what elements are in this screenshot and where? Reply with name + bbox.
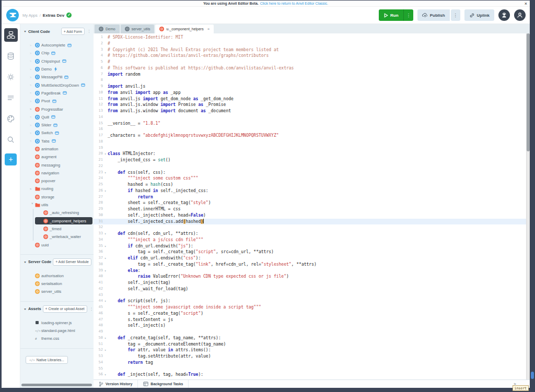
code-line-29[interactable]: 29 sheet.innerHTML = css: [94, 206, 526, 212]
code-line-37[interactable]: 37▾ elif cdn_url.endswith("css"):: [94, 255, 526, 262]
fold-arrow-icon[interactable]: ▾: [103, 151, 108, 157]
tree-item-messaging[interactable]: messaging: [20, 161, 94, 169]
notification-close-icon[interactable]: ×: [525, 1, 527, 7]
fold-arrow-icon[interactable]: ▾: [103, 170, 108, 176]
code-line-16[interactable]: 16: [94, 126, 526, 133]
chevron-right-icon[interactable]: >: [30, 132, 35, 135]
code-line-32[interactable]: 32: [94, 224, 526, 231]
tree-item-Autocomplete[interactable]: >Autocomplete: [20, 41, 94, 49]
code-line-28[interactable]: 28 sheet = self._create_tag("style"): [94, 200, 526, 206]
chevron-right-icon[interactable]: >: [30, 76, 35, 79]
code-line-19[interactable]: 19: [94, 145, 526, 151]
code-line-55[interactable]: 55: [94, 366, 526, 372]
add-button-client_code[interactable]: + Add Form: [61, 28, 85, 35]
code-line-36[interactable]: 36 tag = self._create_tag("script", src=…: [94, 249, 526, 255]
browser-scrollbar-thumb[interactable]: [531, 372, 534, 379]
code-line-49[interactable]: 49: [94, 329, 526, 335]
code-line-15[interactable]: 15__version__ = "1.8.1": [94, 121, 526, 127]
add-button-server_code[interactable]: + Add Server Module: [53, 258, 91, 266]
code-line-4[interactable]: 4# https://github.com/anvilistas/anvil-e…: [94, 53, 526, 59]
chevron-right-icon[interactable]: >: [30, 44, 35, 47]
sidebar-tool-theme[interactable]: [4, 112, 18, 125]
tree-item-serialisation[interactable]: serialisation: [20, 280, 94, 288]
fold-arrow-icon[interactable]: ▾: [103, 335, 108, 341]
add-button-assets[interactable]: + Create or upload Asset: [43, 305, 87, 313]
support-button[interactable]: [498, 9, 510, 21]
code-line-20[interactable]: 20▾class HTMLInjector:: [94, 151, 526, 157]
tree-item-loading-spinner.js[interactable]: loading-spinner.js: [20, 319, 94, 327]
code-line-31[interactable]: 31 self._injected_css.add(hashed): [94, 219, 526, 225]
add-component-button[interactable]: +: [5, 153, 17, 165]
code-line-34[interactable]: 34 """inject a js/css cdn file""": [94, 237, 526, 243]
scrollbar-thumb[interactable]: [527, 33, 530, 151]
code-line-23[interactable]: 23▾ def css(self, css):: [94, 170, 526, 176]
code-line-46[interactable]: 46 s = self._create_tag("script"): [94, 311, 526, 317]
code-line-35[interactable]: 35▾ if cdn_url.endswith("js"):: [94, 243, 526, 250]
code-line-3[interactable]: 3# Copyright (c) 2021 The Anvil Extras p…: [94, 47, 526, 53]
tree-item-uuid[interactable]: uuid: [20, 241, 94, 248]
code-line-17[interactable]: 17_characters = "abcdefghijklmnopqrstuvw…: [94, 133, 526, 139]
tree-item-Slider[interactable]: >Slider: [20, 121, 94, 129]
code-line-26[interactable]: 26▾ if hashed in self._injected_css:: [94, 188, 526, 194]
code-line-47[interactable]: 47 s.textContent = js: [94, 317, 526, 323]
tree-item-animation[interactable]: animation: [20, 145, 94, 153]
chevron-right-icon[interactable]: >: [30, 100, 35, 103]
code-line-42[interactable]: 42 self._wait_for_load(tag): [94, 286, 526, 292]
chevron-right-icon[interactable]: >: [30, 115, 35, 118]
code-line-7[interactable]: 7import random: [94, 72, 526, 78]
native-libraries-button[interactable]: </>Native Libraries...: [26, 356, 68, 364]
code-line-18[interactable]: 18: [94, 139, 526, 145]
tree-item-ProgressBar[interactable]: >ProgressBar: [20, 105, 94, 113]
tab-close-icon[interactable]: ×: [207, 27, 210, 31]
code-line-9[interactable]: 9import anvil.js: [94, 84, 526, 90]
chevron-right-icon[interactable]: >: [30, 68, 35, 71]
code-line-12[interactable]: 12from anvil.js.window import Promise as…: [94, 102, 526, 108]
code-line-52[interactable]: 52▾ for attr, value in attrs.items():: [94, 347, 526, 353]
tree-item-MessagePill[interactable]: >MessagePill: [20, 73, 94, 81]
sidebar-tool-search[interactable]: [4, 133, 18, 146]
chevron-down-icon[interactable]: ▼: [24, 260, 27, 263]
code-line-5[interactable]: 5#: [94, 59, 526, 65]
run-button[interactable]: Run: [379, 9, 403, 21]
fold-arrow-icon[interactable]: ▾: [103, 231, 108, 237]
uplink-button[interactable]: Uplink: [464, 9, 494, 21]
code-line-54[interactable]: 54 return tag: [94, 360, 526, 366]
sidebar-tool-outline[interactable]: [4, 91, 18, 104]
code-line-10[interactable]: 10from anvil import app as _app: [94, 90, 526, 96]
fold-arrow-icon[interactable]: ▾: [103, 188, 108, 194]
code-line-8[interactable]: 8: [94, 77, 526, 84]
fold-arrow-icon[interactable]: ▾: [103, 298, 108, 304]
fold-arrow-icon[interactable]: ▾: [103, 372, 108, 378]
section-menu-icon[interactable]: ⋮: [86, 29, 92, 33]
fold-arrow-icon[interactable]: ▾: [103, 347, 108, 353]
sidebar-tool-app-browser[interactable]: [4, 28, 18, 42]
tree-item-_auto_refreshing[interactable]: _auto_refreshing: [20, 209, 94, 217]
sidebar-tool-settings[interactable]: [4, 70, 18, 84]
code-line-6[interactable]: 6# This software is published at https:/…: [94, 65, 526, 72]
code-line-2[interactable]: 2#: [94, 41, 526, 47]
tree-item-routing[interactable]: >routing: [20, 185, 94, 193]
anvil-logo[interactable]: [6, 9, 19, 21]
code-line-14[interactable]: 14: [94, 114, 526, 121]
return-to-classic-link[interactable]: Click here to return to Anvil Editor Cla…: [260, 2, 328, 5]
code-line-30[interactable]: 30 self._inject(sheet, head=False): [94, 212, 526, 219]
fold-arrow-icon[interactable]: ▾: [103, 243, 108, 250]
code-line-33[interactable]: 33▾ def cdn(self, cdn_url, **attrs):: [94, 231, 526, 237]
sidebar-tool-database[interactable]: [4, 49, 18, 63]
tree-item-PageBreak[interactable]: >PageBreak: [20, 89, 94, 97]
chevron-right-icon[interactable]: >: [30, 108, 35, 111]
code-line-53[interactable]: 53 tag.setAttribute(attr, value): [94, 353, 526, 360]
editor-tab-u._component_helpers[interactable]: u._component_helpers×: [155, 25, 214, 33]
tree-item-Pivot[interactable]: >Pivot: [20, 97, 94, 105]
code-line-56[interactable]: 56▾ def _inject(self, tag, head=True):: [94, 372, 526, 378]
bottom-tab-version-history[interactable]: Version History: [94, 380, 138, 388]
publish-options-menu[interactable]: ⋮: [451, 9, 460, 21]
tree-item-popover[interactable]: popover: [20, 177, 94, 185]
fold-arrow-icon[interactable]: ▾: [103, 255, 108, 262]
code-line-39[interactable]: 39▾ else:: [94, 268, 526, 274]
tree-item-_timed[interactable]: _timed: [20, 225, 94, 233]
chevron-right-icon[interactable]: >: [30, 52, 35, 55]
tree-item-Tabs[interactable]: >Tabs: [20, 137, 94, 145]
chevron-down-icon[interactable]: >: [31, 203, 34, 208]
publish-button[interactable]: Publish: [417, 9, 450, 21]
